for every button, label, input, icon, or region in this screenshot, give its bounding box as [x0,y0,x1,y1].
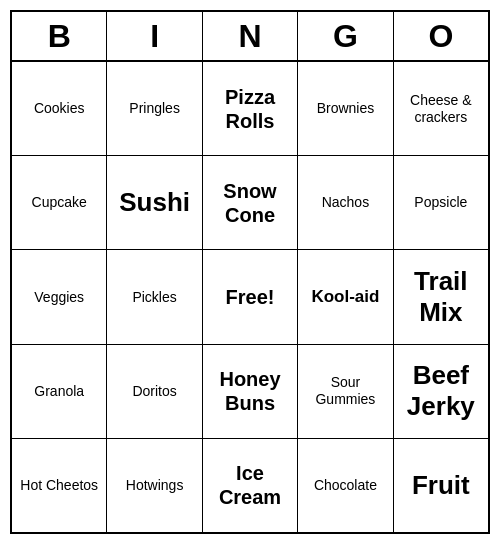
grid-row-0: CookiesPringlesPizza RollsBrowniesCheese… [12,62,488,156]
cell-4-1: Hotwings [107,439,202,532]
grid-row-1: CupcakeSushiSnow ConeNachosPopsicle [12,156,488,250]
header-cell-O: O [394,12,488,60]
cell-1-3: Nachos [298,156,393,249]
grid-row-3: GranolaDoritosHoney BunsSour GummiesBeef… [12,345,488,439]
cell-0-4: Cheese & crackers [394,62,488,155]
cell-2-4: Trail Mix [394,250,488,343]
cell-4-2: Ice Cream [203,439,298,532]
cell-3-1: Doritos [107,345,202,438]
cell-3-2: Honey Buns [203,345,298,438]
cell-4-3: Chocolate [298,439,393,532]
grid-row-2: VeggiesPicklesFree!Kool-aidTrail Mix [12,250,488,344]
bingo-card: BINGO CookiesPringlesPizza RollsBrownies… [10,10,490,534]
cell-0-1: Pringles [107,62,202,155]
header-cell-B: B [12,12,107,60]
cell-2-0: Veggies [12,250,107,343]
cell-0-3: Brownies [298,62,393,155]
grid-row-4: Hot CheetosHotwingsIce CreamChocolateFru… [12,439,488,532]
cell-2-2: Free! [203,250,298,343]
cell-1-1: Sushi [107,156,202,249]
cell-0-0: Cookies [12,62,107,155]
cell-1-0: Cupcake [12,156,107,249]
bingo-header: BINGO [12,12,488,62]
cell-3-4: Beef Jerky [394,345,488,438]
cell-4-0: Hot Cheetos [12,439,107,532]
cell-3-3: Sour Gummies [298,345,393,438]
cell-1-4: Popsicle [394,156,488,249]
header-cell-N: N [203,12,298,60]
cell-4-4: Fruit [394,439,488,532]
cell-2-1: Pickles [107,250,202,343]
cell-2-3: Kool-aid [298,250,393,343]
header-cell-G: G [298,12,393,60]
cell-3-0: Granola [12,345,107,438]
cell-0-2: Pizza Rolls [203,62,298,155]
bingo-grid: CookiesPringlesPizza RollsBrowniesCheese… [12,62,488,532]
cell-1-2: Snow Cone [203,156,298,249]
header-cell-I: I [107,12,202,60]
